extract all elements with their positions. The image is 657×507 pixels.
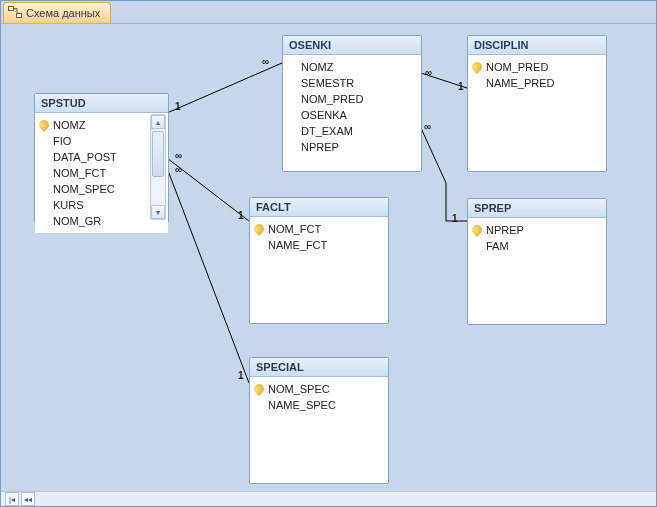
nav-prev-icon[interactable]: ◂◂ — [21, 492, 35, 506]
table-title[interactable]: DISCIPLIN — [468, 36, 606, 55]
rel-spstud-special — [167, 168, 249, 383]
table-fields: NOM_FCT NAME_FCT — [250, 217, 388, 257]
field[interactable]: NOMZ — [285, 59, 419, 75]
tab-bar: Схема данных — [1, 1, 656, 24]
status-bar: |◂ ◂◂ — [1, 491, 656, 506]
nav-first-icon[interactable]: |◂ — [5, 492, 19, 506]
table-disciplin[interactable]: DISCIPLIN NOM_PRED NAME_PRED — [467, 35, 607, 172]
table-osenki[interactable]: OSENKI NOMZ SEMESTR NOM_PRED OSENKA DT_E… — [282, 35, 422, 172]
svg-rect-0 — [9, 7, 14, 11]
tab-label: Схема данных — [26, 7, 100, 19]
card-osenki-sprep-left: ∞ — [423, 121, 432, 132]
field[interactable]: NPREP — [470, 222, 604, 238]
field[interactable]: NOM_FCT — [252, 221, 386, 237]
field[interactable]: NOM_FCT — [37, 165, 150, 181]
field[interactable]: KURS — [37, 197, 150, 213]
table-fields: NOMZ SEMESTR NOM_PRED OSENKA DT_EXAM NPR… — [283, 55, 421, 159]
card-spstud-osenki-right: ∞ — [261, 56, 270, 67]
scroll-down-icon[interactable]: ▾ — [151, 205, 165, 219]
scroll-thumb[interactable] — [152, 131, 164, 177]
field[interactable]: NPREP — [285, 139, 419, 155]
table-special[interactable]: SPECIAL NOM_SPEC NAME_SPEC — [249, 357, 389, 484]
table-sprep[interactable]: SPREP NPREP FAM — [467, 198, 607, 325]
table-title[interactable]: OSENKI — [283, 36, 421, 55]
card-osenki-sprep-right: 1 — [451, 213, 459, 224]
card-osenki-disciplin-right: 1 — [457, 81, 465, 92]
field[interactable]: NOM_PRED — [285, 91, 419, 107]
table-title[interactable]: SPECIAL — [250, 358, 388, 377]
field[interactable]: DATA_POST — [37, 149, 150, 165]
rel-osenki-sprep — [421, 128, 467, 221]
table-spstud[interactable]: SPSTUD NOMZ FIO DATA_POST NOM_FCT NOM_SP… — [34, 93, 169, 223]
field[interactable]: SEMESTR — [285, 75, 419, 91]
table-title[interactable]: FACLT — [250, 198, 388, 217]
field[interactable]: FAM — [470, 238, 604, 254]
card-spstud-special-left: ∞ — [174, 164, 183, 175]
card-spstud-special-right: 1 — [237, 370, 245, 381]
scrollbar[interactable]: ▴ ▾ — [150, 114, 166, 220]
field[interactable]: NAME_SPEC — [252, 397, 386, 413]
rel-spstud-osenki — [167, 63, 282, 113]
field[interactable]: OSENKA — [285, 107, 419, 123]
tab-schema[interactable]: Схема данных — [3, 2, 111, 23]
table-fields: NOMZ FIO DATA_POST NOM_FCT NOM_SPEC KURS… — [35, 113, 168, 233]
field[interactable]: NOM_SPEC — [37, 181, 150, 197]
table-title[interactable]: SPSTUD — [35, 94, 168, 113]
table-fields: NOM_PRED NAME_PRED — [468, 55, 606, 95]
table-fields: NOM_SPEC NAME_SPEC — [250, 377, 388, 417]
field[interactable]: NAME_PRED — [470, 75, 604, 91]
table-title[interactable]: SPREP — [468, 199, 606, 218]
field[interactable]: FIO — [37, 133, 150, 149]
scroll-up-icon[interactable]: ▴ — [151, 115, 165, 129]
table-fields: NPREP FAM — [468, 218, 606, 258]
svg-rect-1 — [17, 14, 22, 18]
card-spstud-osenki-left: 1 — [174, 101, 182, 112]
card-osenki-disciplin-left: ∞ — [424, 67, 433, 78]
card-spstud-faclt-left: ∞ — [174, 150, 183, 161]
field[interactable]: NOM_GR — [37, 213, 150, 229]
app-window: Схема данных 1 ∞ ∞ 1 ∞ 1 ∞ 1 ∞ 1 SPSTUD — [0, 0, 657, 507]
table-faclt[interactable]: FACLT NOM_FCT NAME_FCT — [249, 197, 389, 324]
field[interactable]: DT_EXAM — [285, 123, 419, 139]
relationships-icon — [8, 6, 22, 20]
card-spstud-faclt-right: 1 — [237, 210, 245, 221]
field[interactable]: NOM_SPEC — [252, 381, 386, 397]
field[interactable]: NAME_FCT — [252, 237, 386, 253]
field[interactable]: NOMZ — [37, 117, 150, 133]
field[interactable]: NOM_PRED — [470, 59, 604, 75]
diagram-canvas[interactable]: 1 ∞ ∞ 1 ∞ 1 ∞ 1 ∞ 1 SPSTUD NOMZ FIO DATA… — [1, 23, 656, 492]
